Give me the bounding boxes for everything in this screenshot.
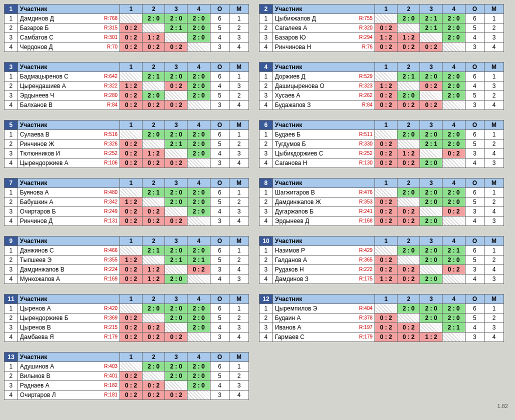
col-header-3: 3 — [165, 178, 188, 188]
row-number: 1 — [260, 304, 273, 314]
place-header: М — [230, 4, 249, 14]
place-cell: 2 — [230, 314, 249, 323]
player-cell: Ринчинов ЖR:326 — [18, 140, 120, 149]
score-cell: 0 : 2 — [398, 158, 420, 168]
points-cell: 4 — [465, 274, 484, 284]
place-cell: 2 — [230, 372, 249, 381]
player-cell: Тютюнников ИR:252 — [18, 149, 120, 158]
points-cell: 5 — [465, 140, 484, 149]
player-name: Сагалеев А — [275, 24, 307, 32]
place-header: М — [230, 294, 249, 304]
score-cell: 2 : 0 — [442, 314, 465, 323]
player-name: Адушинов А — [20, 363, 54, 370]
table-row: 2Цырендоржиев БR:3690 : 22 : 02 : 052 — [4, 314, 249, 323]
footer-version: 1.82 — [4, 400, 511, 409]
score-cell — [120, 304, 142, 314]
group-number: 11 — [4, 294, 18, 304]
player-rating: R:241 — [359, 207, 372, 216]
player-cell: Дамбаева ЯR:179 — [18, 332, 120, 342]
player-rating: R:84 — [107, 100, 118, 110]
group-number: 12 — [260, 294, 273, 304]
points-cell: 6 — [465, 246, 484, 256]
row-number: 1 — [260, 246, 273, 256]
score-cell — [165, 149, 188, 158]
place-cell: 3 — [230, 381, 249, 390]
place-cell: 1 — [230, 14, 249, 24]
table-row: 2Дашицыренова ОR:3231 : 20 : 22 : 043 — [260, 82, 504, 91]
score-cell: 1 : 2 — [420, 332, 442, 342]
row-number: 1 — [4, 362, 18, 372]
player-name: Сулаева В — [20, 131, 50, 138]
player-header: Участник — [272, 120, 374, 130]
player-rating: R:179 — [359, 332, 372, 342]
score-cell: 0 : 2 — [165, 82, 188, 91]
score-cell: 0 : 2 — [375, 91, 398, 100]
place-cell: 3 — [230, 149, 249, 158]
points-cell: 3 — [465, 100, 484, 110]
row-number: 4 — [260, 274, 273, 284]
points-cell: 3 — [465, 207, 484, 216]
player-cell: Дамдинжапов ЖR:353 — [272, 198, 374, 207]
score-cell: 0 : 2 — [120, 158, 142, 168]
col-header-3: 3 — [165, 120, 188, 130]
score-cell: 0 : 2 — [165, 332, 188, 342]
row-number: 1 — [4, 304, 18, 314]
pts-header: О — [465, 120, 484, 130]
player-rating: R:70 — [107, 42, 118, 52]
score-cell: 2 : 0 — [442, 14, 465, 24]
points-cell: 5 — [210, 140, 230, 149]
player-cell: Самбатов СR:301 — [18, 33, 120, 42]
score-cell: 0 : 2 — [120, 42, 142, 52]
score-cell — [142, 372, 165, 381]
player-name: Цырендашиев А — [20, 82, 66, 90]
points-cell: 3 — [465, 265, 484, 274]
score-cell: 0 : 2 — [398, 100, 420, 110]
points-cell: 5 — [210, 24, 230, 33]
place-cell: 1 — [230, 362, 249, 372]
table-row: 2Дамдинжапов ЖR:3530 : 22 : 02 : 052 — [260, 198, 504, 207]
row-number: 1 — [260, 130, 273, 140]
place-cell: 2 — [484, 91, 504, 100]
score-cell: 0 : 2 — [120, 207, 142, 216]
table-row: 3Рудаков НR:2220 : 20 : 20 : 234 — [260, 265, 504, 274]
player-name: Цыренов В — [20, 324, 51, 331]
group-number: 2 — [260, 4, 273, 14]
row-number: 2 — [4, 314, 18, 323]
pts-header: О — [210, 236, 230, 246]
col-header-1: 1 — [375, 4, 398, 14]
points-cell: 3 — [210, 100, 230, 110]
player-cell: Хусаев АR:262 — [272, 91, 374, 100]
player-rating: R:755 — [359, 14, 372, 23]
group-table-13: 13Участник1234ОМ1Адушинов АR:4032 : 02 :… — [4, 352, 249, 400]
table-row: 1Бадмацыренов СR:6422 : 12 : 02 : 061 — [4, 72, 249, 82]
player-name: Цыбикжапов Д — [275, 15, 316, 22]
table-row: 3Дамдинжапов ВR:2240 : 21 : 20 : 234 — [4, 265, 249, 274]
score-cell — [165, 33, 188, 42]
score-cell: 1 : 2 — [142, 274, 165, 284]
player-name: Будаев Б — [275, 131, 300, 138]
place-cell: 3 — [484, 216, 504, 226]
points-cell: 5 — [465, 91, 484, 100]
col-header-3: 3 — [165, 4, 188, 14]
score-cell: 0 : 2 — [120, 91, 142, 100]
table-row: 1Дамдинов ДR:7682 : 02 : 02 : 061 — [4, 14, 249, 24]
place-cell: 1 — [484, 246, 504, 256]
score-cell: 2 : 1 — [442, 246, 465, 256]
score-cell: 0 : 2 — [142, 323, 165, 332]
place-cell: 3 — [484, 158, 504, 168]
player-rating: R:420 — [104, 304, 118, 313]
col-header-2: 2 — [142, 120, 165, 130]
table-row: 1Шагжитаров ВR:4762 : 02 : 02 : 061 — [260, 188, 504, 198]
score-cell: 0 : 2 — [398, 265, 420, 274]
score-cell: 2 : 0 — [188, 362, 210, 372]
table-row: 3Дугаржапов БR:2410 : 20 : 20 : 234 — [260, 207, 504, 216]
points-cell: 3 — [465, 149, 484, 158]
score-cell — [375, 246, 398, 256]
score-cell — [165, 207, 188, 216]
table-row: 2Галданов АR:3650 : 22 : 02 : 052 — [260, 256, 504, 265]
score-cell — [375, 304, 398, 314]
player-header: Участник — [272, 294, 374, 304]
player-rating: R:181 — [104, 390, 118, 400]
points-cell: 6 — [465, 72, 484, 82]
row-number: 1 — [260, 188, 273, 198]
